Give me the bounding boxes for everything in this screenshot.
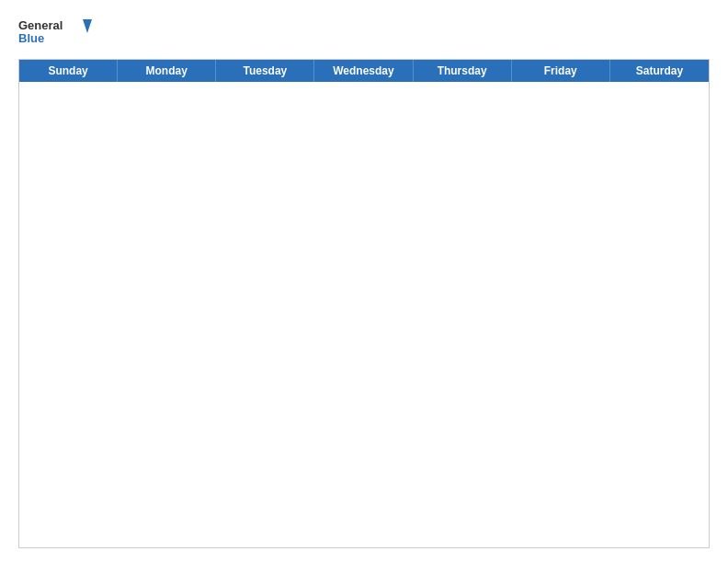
header-cell-tuesday: Tuesday bbox=[216, 60, 314, 82]
header-cell-wednesday: Wednesday bbox=[314, 60, 413, 82]
header-cell-sunday: Sunday bbox=[19, 60, 118, 82]
page: General Blue SundayMondayTuesdayWednesda… bbox=[0, 0, 728, 563]
header-cell-monday: Monday bbox=[118, 60, 216, 82]
calendar-header: SundayMondayTuesdayWednesdayThursdayFrid… bbox=[19, 60, 709, 82]
svg-text:General: General bbox=[18, 18, 63, 32]
calendar: SundayMondayTuesdayWednesdayThursdayFrid… bbox=[18, 59, 710, 548]
calendar-body bbox=[19, 82, 709, 547]
top-bar: General Blue bbox=[18, 15, 710, 52]
svg-text:Blue: Blue bbox=[18, 31, 44, 45]
header-cell-saturday: Saturday bbox=[610, 60, 709, 82]
logo: General Blue bbox=[18, 15, 92, 52]
header-cell-thursday: Thursday bbox=[414, 60, 512, 82]
svg-marker-2 bbox=[83, 19, 92, 33]
header-cell-friday: Friday bbox=[512, 60, 610, 82]
logo-svg: General Blue bbox=[18, 15, 92, 52]
